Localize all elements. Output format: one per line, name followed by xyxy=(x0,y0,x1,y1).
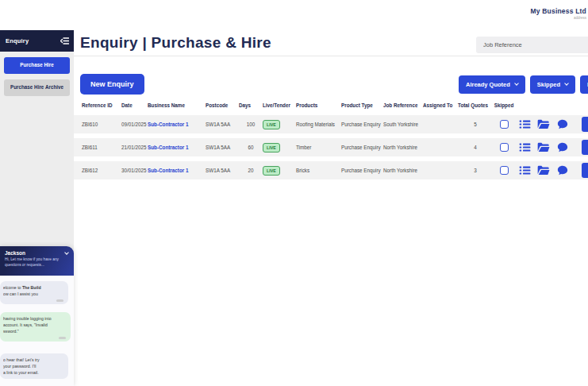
open-folder-icon[interactable] xyxy=(534,165,553,176)
job-reference-input[interactable] xyxy=(476,37,588,53)
col-header-live-tender: Live/Tender xyxy=(263,102,296,108)
header-divider xyxy=(74,56,588,56)
chat-header[interactable]: Jackson Hi, Let me know if you have any … xyxy=(0,246,74,276)
company-subtext: address xyxy=(530,16,586,20)
open-folder-icon[interactable] xyxy=(534,119,553,129)
skipped-button[interactable]: Skipped xyxy=(530,75,575,94)
live-badge: LIVE xyxy=(263,166,280,176)
cell-total-quotes: 4 xyxy=(458,145,493,150)
sidebar-title: Enquiry xyxy=(6,37,29,44)
cell-reference-id: ZBI612 xyxy=(82,168,121,173)
cut-off-button[interactable]: Pr xyxy=(580,75,588,94)
table-row: ZBI612 30/01/2025 Sub-Contractor 1 SW1A … xyxy=(74,161,588,179)
table-row: ZBI610 09/01/2025 Sub-Contractor 1 SW1A … xyxy=(74,115,588,133)
enquiry-table: Reference ID Date Business Name Postcode… xyxy=(74,98,588,184)
cell-date: 09/01/2025 xyxy=(121,122,148,127)
live-badge: LIVE xyxy=(263,120,280,129)
col-header-product-type: Product Type xyxy=(341,102,383,108)
live-badge: LIVE xyxy=(263,143,280,152)
col-header-products: Products xyxy=(296,102,341,108)
chat-widget: Jackson Hi, Let me know if you have any … xyxy=(0,246,74,386)
cell-job-reference: South Yorkshire xyxy=(383,122,423,127)
col-header-skipped: Skipped xyxy=(493,102,515,108)
chevron-down-icon xyxy=(564,81,569,86)
cell-total-quotes: 5 xyxy=(458,122,493,127)
company-block: My Business Ltd address xyxy=(530,7,586,20)
col-header-job-reference: Job Reference xyxy=(383,102,423,108)
main-content: Enquiry | Purchase & Hire New Enquiry Al… xyxy=(74,30,588,386)
table-header-row: Reference ID Date Business Name Postcode… xyxy=(74,98,588,111)
chat-message-agent: o hear that! Let's try your password. I'… xyxy=(0,353,68,378)
cell-postcode: SW1A 5AA xyxy=(206,168,239,173)
row-action-button-cut[interactable] xyxy=(582,140,588,155)
col-header-postcode: Postcode xyxy=(206,102,239,108)
chat-bold-text: The Build xyxy=(22,285,41,290)
chat-agent-subtitle: Hi, Let me know if you have any question… xyxy=(5,257,65,268)
sidebar-collapse-icon[interactable] xyxy=(60,37,69,44)
cell-job-reference: North Yorkshire xyxy=(383,168,423,173)
cell-total-quotes: 3 xyxy=(458,168,493,173)
cell-reference-id: ZBI610 xyxy=(82,122,121,127)
business-name-link[interactable]: Sub-Contractor 1 xyxy=(148,145,188,150)
business-name-link[interactable]: Sub-Contractor 1 xyxy=(148,122,188,127)
business-name-link[interactable]: Sub-Contractor 1 xyxy=(148,168,188,173)
list-details-icon[interactable] xyxy=(515,142,534,152)
cell-date: 21/01/2025 xyxy=(121,145,148,150)
sidebar-item-purchase-hire-archive[interactable]: Purchase Hire Archive xyxy=(4,79,70,96)
cell-days: 60 xyxy=(239,145,263,150)
cell-product-type: Purchase Enquiry xyxy=(341,168,383,173)
chat-message-agent: elcome to The Build ow can I assist you xyxy=(0,281,68,304)
cell-product-type: Purchase Enquiry xyxy=(341,145,383,150)
chat-body: elcome to The Build ow can I assist you … xyxy=(0,276,74,379)
chat-timestamp xyxy=(59,337,66,339)
col-header-assigned-to: Assigned To xyxy=(423,102,458,108)
list-details-icon[interactable] xyxy=(515,165,534,176)
cell-reference-id: ZBI611 xyxy=(82,145,121,150)
cell-postcode: SW1A 5AA xyxy=(206,145,239,150)
skipped-label: Skipped xyxy=(537,81,560,88)
open-folder-icon[interactable] xyxy=(534,142,553,152)
skipped-checkbox[interactable] xyxy=(500,143,509,152)
cell-date: 30/01/2025 xyxy=(121,168,148,173)
cell-products: Bricks xyxy=(296,168,341,173)
sidebar-item-purchase-hire[interactable]: Purchase Hire xyxy=(4,57,70,74)
row-action-button-cut[interactable] xyxy=(582,163,588,178)
cell-days: 100 xyxy=(239,122,263,127)
col-header-total-quotes: Total Quotes xyxy=(458,102,493,108)
col-header-date: Date xyxy=(121,102,148,108)
chat-bubble-icon[interactable] xyxy=(553,165,572,176)
cell-postcode: SW1A 5AA xyxy=(206,122,239,127)
cell-days: 20 xyxy=(239,168,263,173)
skipped-checkbox[interactable] xyxy=(500,120,509,129)
chat-message-user: having trouble logging into account. It … xyxy=(0,312,71,342)
already-quoted-label: Already Quoted xyxy=(466,81,510,88)
cell-product-type: Purchase Enquiry xyxy=(341,122,383,127)
page-title: Enquiry | Purchase & Hire xyxy=(80,34,271,52)
already-quoted-button[interactable]: Already Quoted xyxy=(459,75,525,94)
new-enquiry-button[interactable]: New Enquiry xyxy=(80,74,144,95)
chat-bubble-icon[interactable] xyxy=(553,142,572,152)
col-header-business-name: Business Name xyxy=(148,102,206,108)
chat-agent-name: Jackson xyxy=(5,250,68,256)
list-details-icon[interactable] xyxy=(515,119,534,129)
col-header-days: Days xyxy=(239,102,263,108)
sidebar-header: Enquiry xyxy=(0,30,74,52)
cell-products: Roofing Materials xyxy=(296,122,341,127)
cell-products: Timber xyxy=(296,145,341,150)
skipped-checkbox[interactable] xyxy=(500,166,509,175)
chat-bubble-icon[interactable] xyxy=(553,119,572,129)
app-screen: My Business Ltd address Enquiry Purchase… xyxy=(0,0,588,386)
table-row: ZBI611 21/01/2025 Sub-Contractor 1 SW1A … xyxy=(74,138,588,156)
col-header-reference-id: Reference ID xyxy=(82,102,121,108)
chevron-down-icon xyxy=(514,81,519,86)
cell-job-reference: North Yorkshire xyxy=(383,145,423,150)
filter-buttons: Already Quoted Skipped Pr xyxy=(459,75,588,94)
row-action-button-cut[interactable] xyxy=(582,117,588,132)
top-bar: My Business Ltd address xyxy=(0,0,588,30)
chat-timestamp xyxy=(56,299,63,302)
company-name: My Business Ltd xyxy=(530,7,586,15)
